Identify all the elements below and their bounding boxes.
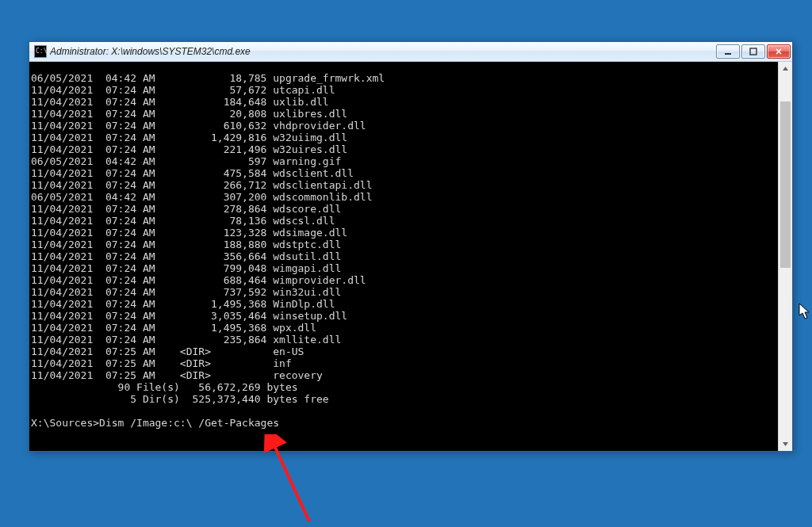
scroll-thumb[interactable] xyxy=(780,101,791,268)
scroll-down-button[interactable] xyxy=(779,437,792,451)
cmd-icon: C:\ xyxy=(34,45,47,58)
window-controls xyxy=(714,42,792,61)
maximize-button[interactable] xyxy=(741,44,765,59)
minimize-button[interactable] xyxy=(716,44,740,59)
scroll-up-button[interactable] xyxy=(779,62,792,75)
cmd-window: C:\ Administrator: X:\windows\SYSTEM32\c… xyxy=(29,41,793,452)
vertical-scrollbar[interactable] xyxy=(778,62,792,451)
titlebar[interactable]: C:\ Administrator: X:\windows\SYSTEM32\c… xyxy=(29,42,792,62)
svg-rect-0 xyxy=(725,53,731,55)
svg-line-2 xyxy=(273,442,309,521)
svg-rect-1 xyxy=(750,48,756,55)
window-title: Administrator: X:\windows\SYSTEM32\cmd.e… xyxy=(50,46,714,57)
mouse-cursor-icon xyxy=(799,303,811,320)
console-client-area[interactable]: 06/05/2021 04:42 AM 18,785 upgrade_frmwr… xyxy=(29,62,792,451)
console-output: 06/05/2021 04:42 AM 18,785 upgrade_frmwr… xyxy=(31,72,385,429)
close-button[interactable] xyxy=(767,44,791,59)
